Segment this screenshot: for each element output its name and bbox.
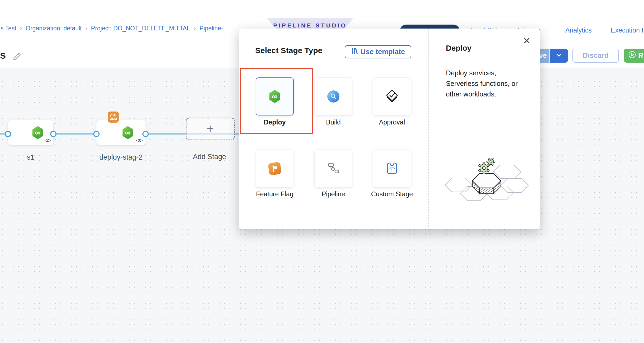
stage-detail-title: Deploy	[446, 44, 472, 53]
pipeline-stages-icon	[327, 161, 340, 176]
run-button[interactable]: Run	[624, 49, 644, 63]
select-stage-type-modal: Select Stage Type Use template ∞ Deploy	[239, 29, 540, 229]
toolbar-divider	[524, 43, 644, 43]
connector-port[interactable]	[50, 131, 57, 137]
stage-node-s1[interactable]: ∞ </>	[8, 120, 53, 145]
connector-port[interactable]	[142, 131, 149, 137]
stage-type-build[interactable]	[314, 77, 352, 115]
stage-label: s1	[10, 153, 52, 161]
code-icon[interactable]: </>	[136, 138, 142, 143]
stage-type-label-feature-flag: Feature Flag	[254, 190, 296, 198]
pipeline-studio-screen: ∞ </> s1 ∞ </> deploy-stag-2	[0, 0, 644, 343]
pipeline-name: s	[0, 49, 6, 61]
play-circle-icon	[628, 51, 636, 61]
build-icon	[327, 90, 339, 103]
stage-detail-description: Deploy services, Serverless functions, o…	[446, 68, 521, 99]
deploy-stage-icon: ∞	[122, 126, 134, 139]
code-icon[interactable]: </>	[44, 138, 51, 143]
stage-label: deploy-stag-2	[87, 153, 155, 161]
modal-title: Select Stage Type	[255, 46, 323, 55]
close-icon[interactable]: ✕	[521, 35, 533, 47]
stage-type-pipeline[interactable]	[314, 150, 352, 188]
stage-type-label-approval: Approval	[371, 118, 413, 126]
connector-port[interactable]	[5, 131, 11, 137]
connector-port[interactable]	[93, 131, 100, 137]
stage-type-label-build: Build	[312, 118, 354, 126]
custom-stage-icon: </>	[385, 161, 399, 176]
discard-button[interactable]: Discard	[572, 49, 619, 63]
selection-highlight-box	[240, 68, 313, 134]
svg-text:</>: </>	[389, 166, 395, 170]
breadcrumb-item-pipelines[interactable]: Pipeline-	[199, 25, 223, 32]
feature-flag-icon	[268, 162, 281, 175]
breadcrumb-separator: ›	[20, 25, 22, 32]
deploy-illustration	[444, 154, 529, 204]
breadcrumb-item-account[interactable]: s Test	[1, 25, 16, 32]
use-template-button[interactable]: Use template	[345, 45, 411, 58]
modal-section-divider	[428, 29, 429, 229]
stage-type-label-pipeline: Pipeline	[312, 190, 354, 198]
run-button-label: Run	[638, 52, 644, 60]
stage-type-custom-stage[interactable]: </>	[373, 150, 411, 188]
save-dropdown-button[interactable]	[550, 49, 568, 63]
plus-icon: +	[207, 121, 214, 136]
breadcrumb-separator: ›	[194, 25, 196, 32]
stage-type-feature-flag[interactable]	[256, 150, 294, 188]
stage-type-label-custom-stage: Custom Stage	[371, 190, 413, 198]
rollout-strategy-icon	[108, 112, 119, 123]
add-stage-label: Add Stage	[183, 153, 236, 161]
tab-analytics[interactable]: Analytics	[565, 26, 592, 34]
breadcrumb-item-org[interactable]: Organization: default	[26, 25, 82, 32]
add-stage-button[interactable]: +	[186, 118, 235, 140]
deploy-stage-icon: ∞	[32, 126, 44, 139]
stage-node-deploy-stag-2[interactable]: ∞ </>	[96, 120, 146, 145]
tab-execution-history[interactable]: Execution History	[611, 26, 644, 34]
breadcrumb: s Test›Organization: default›Project: DO…	[1, 25, 223, 32]
use-template-label: Use template	[361, 48, 405, 56]
breadcrumb-item-project[interactable]: Project: DO_NOT_DELETE_MITTAL	[91, 25, 190, 32]
edit-pencil-icon[interactable]	[12, 51, 22, 62]
template-library-icon	[351, 48, 358, 56]
chevron-down-icon	[556, 52, 562, 60]
approval-icon	[385, 89, 399, 104]
breadcrumb-separator: ›	[85, 25, 87, 32]
stage-type-approval[interactable]	[373, 77, 411, 115]
